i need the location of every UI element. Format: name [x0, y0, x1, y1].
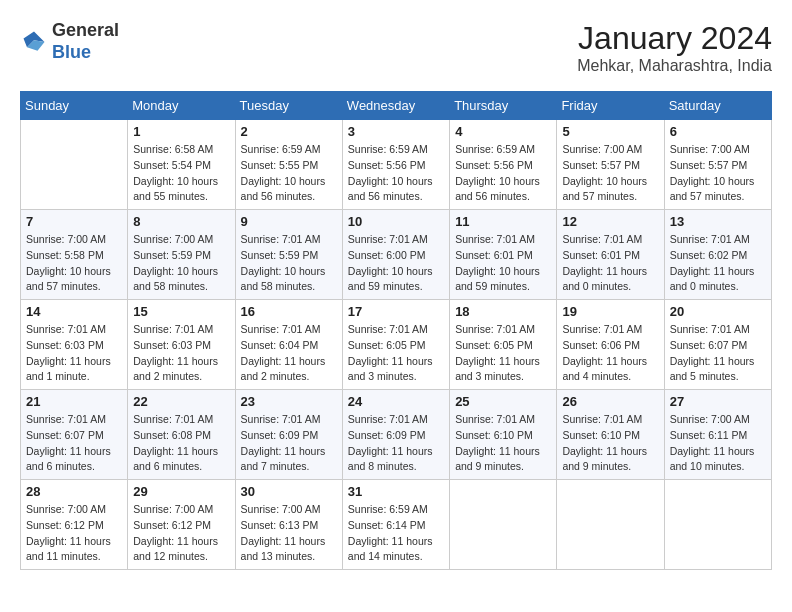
day-number: 3 [348, 124, 444, 139]
day-detail: Sunrise: 7:01 AM Sunset: 6:02 PM Dayligh… [670, 232, 766, 295]
calendar-cell: 4 Sunrise: 6:59 AM Sunset: 5:56 PM Dayli… [450, 120, 557, 210]
day-detail: Sunrise: 7:01 AM Sunset: 5:59 PM Dayligh… [241, 232, 337, 295]
logo-icon [20, 28, 48, 56]
day-detail: Sunrise: 7:01 AM Sunset: 6:03 PM Dayligh… [133, 322, 229, 385]
day-number: 18 [455, 304, 551, 319]
day-number: 16 [241, 304, 337, 319]
day-detail: Sunrise: 6:58 AM Sunset: 5:54 PM Dayligh… [133, 142, 229, 205]
weekday-header-monday: Monday [128, 92, 235, 120]
calendar-week-row: 14 Sunrise: 7:01 AM Sunset: 6:03 PM Dayl… [21, 300, 772, 390]
day-number: 5 [562, 124, 658, 139]
day-number: 2 [241, 124, 337, 139]
weekday-header-row: SundayMondayTuesdayWednesdayThursdayFrid… [21, 92, 772, 120]
day-detail: Sunrise: 7:01 AM Sunset: 6:10 PM Dayligh… [455, 412, 551, 475]
day-detail: Sunrise: 7:01 AM Sunset: 6:05 PM Dayligh… [455, 322, 551, 385]
day-detail: Sunrise: 7:01 AM Sunset: 6:04 PM Dayligh… [241, 322, 337, 385]
calendar-cell: 23 Sunrise: 7:01 AM Sunset: 6:09 PM Dayl… [235, 390, 342, 480]
day-number: 13 [670, 214, 766, 229]
weekday-header-wednesday: Wednesday [342, 92, 449, 120]
calendar-cell: 19 Sunrise: 7:01 AM Sunset: 6:06 PM Dayl… [557, 300, 664, 390]
weekday-header-thursday: Thursday [450, 92, 557, 120]
day-detail: Sunrise: 7:01 AM Sunset: 6:09 PM Dayligh… [348, 412, 444, 475]
day-detail: Sunrise: 7:00 AM Sunset: 5:59 PM Dayligh… [133, 232, 229, 295]
day-number: 23 [241, 394, 337, 409]
day-number: 6 [670, 124, 766, 139]
day-number: 9 [241, 214, 337, 229]
day-detail: Sunrise: 7:00 AM Sunset: 5:57 PM Dayligh… [562, 142, 658, 205]
day-detail: Sunrise: 7:01 AM Sunset: 6:01 PM Dayligh… [455, 232, 551, 295]
day-number: 17 [348, 304, 444, 319]
day-number: 1 [133, 124, 229, 139]
calendar-cell: 14 Sunrise: 7:01 AM Sunset: 6:03 PM Dayl… [21, 300, 128, 390]
day-detail: Sunrise: 7:01 AM Sunset: 6:10 PM Dayligh… [562, 412, 658, 475]
logo: General Blue [20, 20, 119, 63]
day-detail: Sunrise: 6:59 AM Sunset: 5:56 PM Dayligh… [348, 142, 444, 205]
day-number: 27 [670, 394, 766, 409]
day-number: 22 [133, 394, 229, 409]
calendar-cell: 8 Sunrise: 7:00 AM Sunset: 5:59 PM Dayli… [128, 210, 235, 300]
day-number: 14 [26, 304, 122, 319]
day-number: 20 [670, 304, 766, 319]
day-detail: Sunrise: 7:00 AM Sunset: 6:11 PM Dayligh… [670, 412, 766, 475]
day-detail: Sunrise: 7:00 AM Sunset: 6:12 PM Dayligh… [133, 502, 229, 565]
day-number: 28 [26, 484, 122, 499]
calendar-cell [557, 480, 664, 570]
calendar-cell: 17 Sunrise: 7:01 AM Sunset: 6:05 PM Dayl… [342, 300, 449, 390]
day-number: 30 [241, 484, 337, 499]
calendar-cell: 28 Sunrise: 7:00 AM Sunset: 6:12 PM Dayl… [21, 480, 128, 570]
calendar-cell: 3 Sunrise: 6:59 AM Sunset: 5:56 PM Dayli… [342, 120, 449, 210]
calendar-cell: 18 Sunrise: 7:01 AM Sunset: 6:05 PM Dayl… [450, 300, 557, 390]
weekday-header-sunday: Sunday [21, 92, 128, 120]
weekday-header-saturday: Saturday [664, 92, 771, 120]
calendar-week-row: 7 Sunrise: 7:00 AM Sunset: 5:58 PM Dayli… [21, 210, 772, 300]
calendar-cell: 21 Sunrise: 7:01 AM Sunset: 6:07 PM Dayl… [21, 390, 128, 480]
day-number: 31 [348, 484, 444, 499]
weekday-header-friday: Friday [557, 92, 664, 120]
calendar-cell: 20 Sunrise: 7:01 AM Sunset: 6:07 PM Dayl… [664, 300, 771, 390]
calendar-cell: 29 Sunrise: 7:00 AM Sunset: 6:12 PM Dayl… [128, 480, 235, 570]
day-number: 8 [133, 214, 229, 229]
calendar-week-row: 1 Sunrise: 6:58 AM Sunset: 5:54 PM Dayli… [21, 120, 772, 210]
month-title: January 2024 [577, 20, 772, 57]
calendar-cell: 2 Sunrise: 6:59 AM Sunset: 5:55 PM Dayli… [235, 120, 342, 210]
calendar-cell: 10 Sunrise: 7:01 AM Sunset: 6:00 PM Dayl… [342, 210, 449, 300]
day-number: 7 [26, 214, 122, 229]
day-number: 25 [455, 394, 551, 409]
calendar-cell: 31 Sunrise: 6:59 AM Sunset: 6:14 PM Dayl… [342, 480, 449, 570]
calendar-cell: 25 Sunrise: 7:01 AM Sunset: 6:10 PM Dayl… [450, 390, 557, 480]
day-number: 24 [348, 394, 444, 409]
day-detail: Sunrise: 7:01 AM Sunset: 6:07 PM Dayligh… [670, 322, 766, 385]
logo-general-text: General [52, 20, 119, 40]
calendar-cell [450, 480, 557, 570]
calendar-cell: 26 Sunrise: 7:01 AM Sunset: 6:10 PM Dayl… [557, 390, 664, 480]
day-number: 29 [133, 484, 229, 499]
day-number: 11 [455, 214, 551, 229]
day-number: 19 [562, 304, 658, 319]
calendar-cell: 13 Sunrise: 7:01 AM Sunset: 6:02 PM Dayl… [664, 210, 771, 300]
calendar-week-row: 21 Sunrise: 7:01 AM Sunset: 6:07 PM Dayl… [21, 390, 772, 480]
day-detail: Sunrise: 7:00 AM Sunset: 5:57 PM Dayligh… [670, 142, 766, 205]
day-detail: Sunrise: 6:59 AM Sunset: 5:56 PM Dayligh… [455, 142, 551, 205]
calendar-table: SundayMondayTuesdayWednesdayThursdayFrid… [20, 91, 772, 570]
calendar-cell: 7 Sunrise: 7:00 AM Sunset: 5:58 PM Dayli… [21, 210, 128, 300]
day-detail: Sunrise: 7:01 AM Sunset: 6:06 PM Dayligh… [562, 322, 658, 385]
calendar-cell: 27 Sunrise: 7:00 AM Sunset: 6:11 PM Dayl… [664, 390, 771, 480]
page-header: General Blue January 2024 Mehkar, Mahara… [20, 20, 772, 75]
day-number: 26 [562, 394, 658, 409]
day-detail: Sunrise: 7:00 AM Sunset: 6:12 PM Dayligh… [26, 502, 122, 565]
day-detail: Sunrise: 6:59 AM Sunset: 5:55 PM Dayligh… [241, 142, 337, 205]
day-number: 10 [348, 214, 444, 229]
day-number: 21 [26, 394, 122, 409]
calendar-cell: 30 Sunrise: 7:00 AM Sunset: 6:13 PM Dayl… [235, 480, 342, 570]
calendar-cell: 9 Sunrise: 7:01 AM Sunset: 5:59 PM Dayli… [235, 210, 342, 300]
day-detail: Sunrise: 7:01 AM Sunset: 6:08 PM Dayligh… [133, 412, 229, 475]
calendar-cell: 5 Sunrise: 7:00 AM Sunset: 5:57 PM Dayli… [557, 120, 664, 210]
calendar-week-row: 28 Sunrise: 7:00 AM Sunset: 6:12 PM Dayl… [21, 480, 772, 570]
calendar-cell: 16 Sunrise: 7:01 AM Sunset: 6:04 PM Dayl… [235, 300, 342, 390]
day-number: 15 [133, 304, 229, 319]
calendar-cell: 6 Sunrise: 7:00 AM Sunset: 5:57 PM Dayli… [664, 120, 771, 210]
day-detail: Sunrise: 7:01 AM Sunset: 6:03 PM Dayligh… [26, 322, 122, 385]
calendar-cell: 22 Sunrise: 7:01 AM Sunset: 6:08 PM Dayl… [128, 390, 235, 480]
title-block: January 2024 Mehkar, Maharashtra, India [577, 20, 772, 75]
calendar-cell [664, 480, 771, 570]
